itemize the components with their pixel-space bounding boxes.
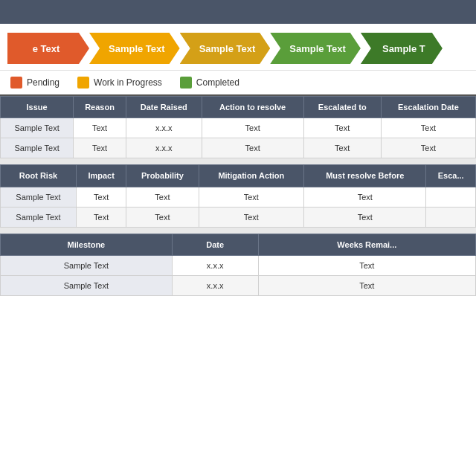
table-row: Sample TextTextTextTextText xyxy=(1,187,476,207)
col-header-5: Esca... xyxy=(426,165,476,187)
table-cell-1-4: Text xyxy=(303,138,381,158)
pipeline-step-1[interactable]: Sample Text xyxy=(89,33,180,64)
col-header-0: Root Risk xyxy=(1,165,77,187)
table-row: Sample Textx.x.xText xyxy=(1,255,476,275)
table-cell-0-5: Text xyxy=(381,118,475,138)
legend-label-1: Work in Progress xyxy=(94,77,162,88)
risks-table: Root RiskImpactProbabilityMitigation Act… xyxy=(0,164,476,227)
table-cell-1-0: Sample Text xyxy=(1,207,77,227)
col-header-4: Escalated to xyxy=(303,97,381,118)
table-cell-1-3: Text xyxy=(199,207,304,227)
table-cell-1-0: Sample Text xyxy=(1,275,173,295)
table-cell-0-1: Text xyxy=(76,187,126,207)
table-cell-0-0: Sample Text xyxy=(1,187,77,207)
table-cell-1-2: Text xyxy=(126,207,199,227)
table-cell-1-5: Text xyxy=(381,138,475,158)
table-cell-0-1: Text xyxy=(74,118,126,138)
col-header-3: Mitigation Action xyxy=(199,165,304,187)
pipeline-step-3[interactable]: Sample Text xyxy=(270,33,361,64)
pipeline-step-4[interactable]: Sample T xyxy=(361,33,443,64)
col-header-1: Reason xyxy=(74,97,126,118)
table-cell-1-4: Text xyxy=(304,207,426,227)
col-header-5: Escalation Date xyxy=(381,97,475,118)
issues-table: IssueReasonDate RaisedAction to resolveE… xyxy=(0,96,476,158)
col-header-2: Date Raised xyxy=(126,97,202,118)
section-gap-2 xyxy=(0,228,476,234)
milestones-table: MilestoneDateWeeks Remai...Sample Textx.… xyxy=(0,234,476,296)
table-cell-0-5 xyxy=(426,187,476,207)
header xyxy=(0,0,476,24)
col-header-4: Must resolve Before xyxy=(304,165,426,187)
table-cell-0-4: Text xyxy=(303,118,381,138)
pipeline-steps: e TextSample TextSample TextSample TextS… xyxy=(7,33,469,64)
pipeline-step-0[interactable]: e Text xyxy=(7,33,89,64)
col-header-0: Issue xyxy=(1,97,74,118)
table-cell-1-5 xyxy=(426,207,476,227)
col-header-3: Action to resolve xyxy=(202,97,303,118)
table-cell-0-2: x.x.x xyxy=(126,118,202,138)
col-header-0: Milestone xyxy=(1,234,173,255)
table-cell-0-3: Text xyxy=(199,187,304,207)
table-cell-1-3: Text xyxy=(202,138,303,158)
table-cell-0-0: Sample Text xyxy=(1,255,173,275)
col-header-2: Probability xyxy=(126,165,199,187)
section-gap-1 xyxy=(0,158,476,164)
table-cell-1-1: x.x.x xyxy=(172,275,258,295)
legend-item-1: Work in Progress xyxy=(77,77,162,89)
col-header-1: Date xyxy=(172,234,258,255)
legend-dot-0 xyxy=(10,77,22,89)
table-cell-0-1: x.x.x xyxy=(172,255,258,275)
pipeline-section: e TextSample TextSample TextSample TextS… xyxy=(0,24,476,71)
legend-item-2: Completed xyxy=(180,77,239,89)
table-row: Sample TextTextx.x.xTextTextText xyxy=(1,118,476,138)
pipeline-step-2[interactable]: Sample Text xyxy=(180,33,271,64)
table-cell-1-2: x.x.x xyxy=(126,138,202,158)
table-cell-1-1: Text xyxy=(76,207,126,227)
legend-dot-2 xyxy=(180,77,192,89)
legend-dot-1 xyxy=(77,77,89,89)
col-header-1: Impact xyxy=(76,165,126,187)
legend-item-0: Pending xyxy=(10,77,60,89)
table-row: Sample TextTextx.x.xTextTextText xyxy=(1,138,476,158)
table-row: Sample TextTextTextTextText xyxy=(1,207,476,227)
issues-section: IssueReasonDate RaisedAction to resolveE… xyxy=(0,96,476,158)
table-cell-0-2: Text xyxy=(126,187,199,207)
legend-label-2: Completed xyxy=(196,77,239,88)
table-cell-1-0: Sample Text xyxy=(1,138,74,158)
milestones-section: MilestoneDateWeeks Remai...Sample Textx.… xyxy=(0,234,476,296)
table-cell-0-3: Text xyxy=(202,118,303,138)
table-cell-0-0: Sample Text xyxy=(1,118,74,138)
col-header-2: Weeks Remai... xyxy=(258,234,475,255)
table-cell-0-2: Text xyxy=(258,255,475,275)
risks-section: Root RiskImpactProbabilityMitigation Act… xyxy=(0,164,476,227)
table-cell-0-4: Text xyxy=(304,187,426,207)
table-cell-1-1: Text xyxy=(74,138,126,158)
table-row: Sample Textx.x.xText xyxy=(1,275,476,295)
legend-label-0: Pending xyxy=(27,77,60,88)
table-cell-1-2: Text xyxy=(258,275,475,295)
legend: PendingWork in ProgressCompleted xyxy=(0,71,476,96)
